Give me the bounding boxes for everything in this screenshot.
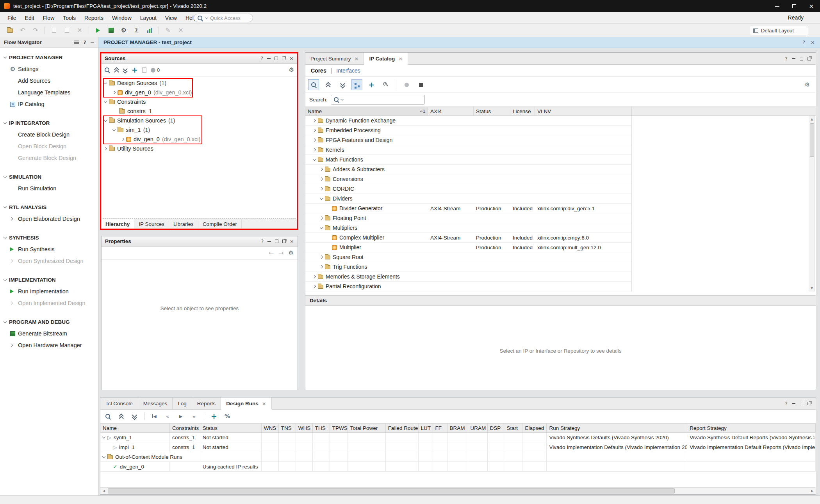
design-run-row-ooc-group[interactable]: Out-of-Context Module Runs <box>100 452 816 462</box>
scroll-left-icon[interactable]: ◀ <box>100 488 107 494</box>
column-header[interactable]: Total Power <box>348 424 386 432</box>
tab-tcl-console[interactable]: Tcl Console <box>100 398 138 409</box>
minimize-panel-icon[interactable] <box>91 42 94 43</box>
close-tab-icon[interactable]: × <box>398 56 403 62</box>
sidebar-item-open-elaborated-design[interactable]: Open Elaborated Design <box>0 213 98 225</box>
ip-category-row[interactable]: Conversions <box>305 174 631 184</box>
close-panel-icon[interactable]: × <box>290 238 294 244</box>
copy-icon[interactable] <box>49 25 59 35</box>
help-icon[interactable]: ? <box>785 56 788 62</box>
expand-icon[interactable] <box>320 217 323 220</box>
sidebar-item-run-simulation[interactable]: Run Simulation <box>0 183 98 194</box>
column-header[interactable]: WNS <box>262 424 279 432</box>
menu-edit[interactable]: Edit <box>21 15 39 21</box>
delete-icon[interactable]: ✕ <box>75 25 85 35</box>
ip-core-row[interactable]: Multiplier Production Included xilinx.co… <box>305 243 631 252</box>
tab-design-runs[interactable]: Design Runs × <box>221 398 271 410</box>
expand-icon[interactable] <box>121 138 124 141</box>
maximize-panel-icon[interactable] <box>275 240 278 243</box>
sidebar-item-open-hardware-manager[interactable]: Open Hardware Manager <box>0 339 98 351</box>
collapse-icon[interactable] <box>104 81 107 84</box>
close-panel-icon[interactable]: × <box>289 55 294 61</box>
section-header-program-and-debug[interactable]: PROGRAM AND DEBUG <box>0 316 98 328</box>
program-debug-icon[interactable] <box>106 25 116 35</box>
expand-icon[interactable] <box>313 119 316 122</box>
settings-gear-icon[interactable]: ⚙ <box>119 25 129 35</box>
search-icon[interactable] <box>104 67 110 73</box>
ip-category-row[interactable]: Floating Point <box>305 213 631 223</box>
minimize-panel-icon[interactable] <box>792 403 795 404</box>
section-header-synthesis[interactable]: SYNTHESIS <box>0 232 98 243</box>
sidebar-item-open-block-design[interactable]: Open Block Design <box>0 140 98 152</box>
menu-window[interactable]: Window <box>108 15 136 21</box>
column-header[interactable]: Failed Routes <box>386 424 419 432</box>
sigma-report-icon[interactable]: Σ <box>132 25 142 35</box>
collapse-all-icon[interactable] <box>323 79 333 90</box>
redo-icon[interactable]: ↷ <box>30 25 41 35</box>
section-header-simulation[interactable]: SIMULATION <box>0 171 98 183</box>
paste-icon[interactable] <box>62 25 72 35</box>
expand-icon[interactable] <box>112 91 116 94</box>
minimize-panel-icon[interactable] <box>267 241 271 242</box>
tree-row-sim-1[interactable]: sim_1 (1) <box>101 125 297 135</box>
expand-icon[interactable] <box>313 138 316 142</box>
run-icon[interactable] <box>93 25 103 35</box>
cancel-icon[interactable]: ✕ <box>176 25 186 35</box>
help-icon[interactable]: ? <box>261 238 264 244</box>
expand-all-icon[interactable] <box>337 79 348 90</box>
tree-row-utility-sources[interactable]: Utility Sources <box>101 144 297 153</box>
column-header[interactable]: THS <box>313 424 330 432</box>
sidebar-item-language-templates[interactable]: Language Templates <box>0 87 98 98</box>
add-sources-icon[interactable]: + <box>132 66 138 74</box>
tab-messages[interactable]: Messages <box>138 398 173 409</box>
collapse-all-icon[interactable] <box>114 67 119 73</box>
search-icon[interactable] <box>103 412 112 421</box>
close-tab-icon[interactable]: × <box>355 56 359 62</box>
collapse-icon[interactable] <box>102 435 105 438</box>
minimize-window-button[interactable] <box>768 0 786 12</box>
chart-icon[interactable] <box>144 25 155 35</box>
collapse-all-icon[interactable] <box>116 412 126 421</box>
tab-reports[interactable]: Reports <box>192 398 221 409</box>
section-header-rtl-analysis[interactable]: RTL ANALYSIS <box>0 201 98 213</box>
column-header[interactable]: Name <box>100 424 170 432</box>
expand-icon[interactable] <box>320 187 323 190</box>
back-arrow-icon[interactable]: ← <box>269 249 274 257</box>
gear-icon[interactable]: ⚙ <box>805 82 810 88</box>
float-panel-icon[interactable] <box>282 240 286 243</box>
section-header-implementation[interactable]: IMPLEMENTATION <box>0 274 98 286</box>
expand-icon[interactable] <box>313 275 316 278</box>
expand-all-icon[interactable] <box>123 67 127 73</box>
help-icon[interactable]: ? <box>802 39 805 45</box>
column-header[interactable]: FF <box>433 424 447 432</box>
gear-icon[interactable]: ⚙ <box>289 67 294 73</box>
ip-category-row[interactable]: Square Root <box>305 252 631 262</box>
collapse-icon[interactable] <box>313 157 316 160</box>
maximize-panel-icon[interactable] <box>800 57 803 60</box>
menu-reports[interactable]: Reports <box>80 15 108 21</box>
maximize-panel-icon[interactable] <box>275 57 278 60</box>
expand-icon[interactable] <box>313 129 316 132</box>
ip-category-row[interactable]: Dividers <box>305 194 631 204</box>
gear-icon[interactable]: ⚙ <box>289 250 294 256</box>
float-panel-icon[interactable] <box>808 402 811 405</box>
open-file-icon[interactable] <box>142 67 146 73</box>
collapse-icon[interactable] <box>104 118 107 121</box>
scroll-right-icon[interactable]: ▶ <box>809 488 816 494</box>
ip-category-row[interactable]: Memories & Storage Elements <box>305 272 631 282</box>
undo-icon[interactable]: ↶ <box>18 25 28 35</box>
collapse-icon[interactable] <box>112 128 116 131</box>
expand-icon[interactable] <box>104 147 107 150</box>
ip-core-row[interactable]: Complex Multiplier AXI4-Stream Productio… <box>305 233 631 243</box>
tree-row-constrs-1[interactable]: constrs_1 <box>101 106 297 116</box>
tab-hierarchy[interactable]: Hierarchy <box>101 219 134 229</box>
vertical-scrollbar[interactable]: ▲ ▼ <box>809 116 815 291</box>
expand-icon[interactable] <box>320 168 323 171</box>
maximize-panel-icon[interactable] <box>800 402 803 405</box>
column-header[interactable]: WHS <box>296 424 313 432</box>
tree-row-sim-div-gen-0[interactable]: div_gen_0 (div_gen_0.xci) <box>101 135 297 144</box>
menu-layout[interactable]: Layout <box>136 15 161 21</box>
expand-icon[interactable] <box>313 285 316 288</box>
collapse-icon[interactable] <box>102 454 105 458</box>
scrollbar-thumb[interactable] <box>810 123 814 157</box>
